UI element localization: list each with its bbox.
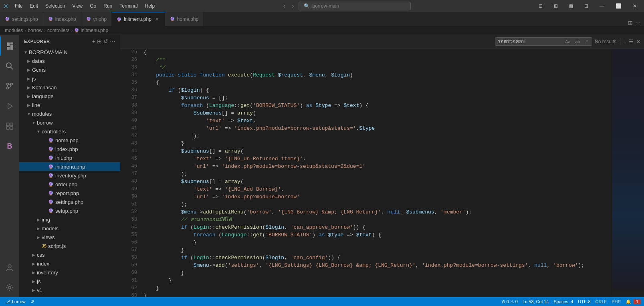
statusbar-eol[interactable]: CRLF	[593, 299, 610, 304]
tree-item-script-js[interactable]: JS script.js	[19, 242, 120, 250]
minimize-button[interactable]: —	[596, 2, 608, 10]
tree-item-modules[interactable]: ▼ modules	[19, 109, 120, 118]
breadcrumb-modules[interactable]: modules	[5, 28, 23, 33]
statusbar-branch[interactable]: ⎇ borrow	[3, 299, 28, 304]
statusbar-lang[interactable]: PHP	[609, 299, 623, 304]
activity-extensions[interactable]	[0, 117, 19, 136]
activity-explorer[interactable]	[0, 36, 19, 56]
code-line-50: 'url' => 'index.php?module=borrow'	[143, 193, 612, 201]
tree-item-models[interactable]: ▶ models	[19, 224, 120, 233]
statusbar-bell[interactable]: 🔔	[623, 299, 634, 304]
split-editor-right-button[interactable]: ⋯	[635, 20, 641, 26]
activity-git[interactable]	[0, 76, 19, 96]
tree-item-inventory[interactable]: ▶ inventory	[19, 268, 120, 277]
activity-settings[interactable]	[0, 278, 19, 297]
tree-root[interactable]: ▼ BORROW-MAIN	[19, 48, 120, 56]
open-editors-button[interactable]: ⊞	[628, 20, 633, 26]
breadcrumb-borrow[interactable]: borrow	[28, 28, 42, 33]
find-prev-button[interactable]: ↑	[619, 38, 622, 44]
statusbar-encoding[interactable]: UTF-8	[575, 299, 593, 304]
statusbar-notify[interactable]: 1	[634, 299, 641, 304]
menu-view[interactable]: View	[69, 2, 86, 10]
activity-bookmarks[interactable]: B	[0, 137, 19, 156]
tree-item-line[interactable]: ▶ line	[19, 101, 120, 109]
split-editor-button[interactable]: ⊞	[550, 2, 562, 10]
activity-debug[interactable]	[0, 97, 19, 116]
tree-item-language[interactable]: ▶ language	[19, 92, 120, 101]
tab-th[interactable]: 🔮 th.php	[81, 12, 112, 26]
statusbar-ln-col[interactable]: Ln 53, Col 14	[520, 299, 551, 304]
tree-item-index-php[interactable]: 🔮 index.php	[19, 145, 120, 153]
tree-item-controllers[interactable]: ▼ controllers	[19, 127, 120, 136]
breadcrumb-file-icon: 🔮	[74, 28, 79, 32]
tab-settings[interactable]: 🔮 settings.php	[0, 12, 43, 26]
collapse-all-button[interactable]: ⋯	[110, 38, 115, 44]
activity-account[interactable]	[0, 258, 19, 277]
global-search-bar[interactable]: 🔍 borrow-main	[299, 2, 411, 10]
find-options-button[interactable]: ☰	[629, 38, 634, 44]
tree-item-datas[interactable]: ▶ datas	[19, 56, 120, 65]
nav-back-button[interactable]: ‹	[282, 2, 287, 10]
tab-index-label: index.php	[55, 16, 76, 22]
new-folder-button[interactable]: ⊞	[97, 38, 102, 44]
tree-item-pic[interactable]: ▶ pic	[19, 294, 120, 297]
tree-item-kotchasan[interactable]: ▶ Kotchasan	[19, 83, 120, 92]
tree-item-index[interactable]: ▶ index	[19, 259, 120, 268]
ln-59: 59	[120, 262, 137, 269]
tree-item-js2[interactable]: ▶ js	[19, 277, 120, 286]
menu-file[interactable]: File	[12, 2, 26, 10]
tree-item-initmenu-php[interactable]: 🔮 initmenu.php	[19, 162, 120, 171]
statusbar-spaces[interactable]: Spaces: 4	[551, 299, 575, 304]
menu-edit[interactable]: Edit	[26, 2, 41, 10]
tree-item-settings-php[interactable]: 🔮 settings.php	[19, 197, 120, 206]
match-case-button[interactable]: Aa	[563, 39, 572, 44]
code-editor[interactable]: 25 26 33 34 35 36 37 38 39 40 41 42 43 4…	[120, 48, 644, 297]
tab-home[interactable]: 🔮 home.php	[165, 12, 204, 26]
code-line-45: 'text' => '{LNG_Un-Returned items}',	[143, 155, 612, 163]
breadcrumb-controllers[interactable]: controllers	[47, 28, 69, 33]
regex-button[interactable]: .*	[583, 39, 589, 44]
tree-item-img[interactable]: ▶ img	[19, 215, 120, 224]
tree-item-borrow[interactable]: ▼ borrow	[19, 118, 120, 127]
ln-54: 54	[120, 223, 137, 231]
menu-help[interactable]: Help	[142, 2, 158, 10]
tree-item-v1[interactable]: ▶ v1	[19, 286, 120, 294]
find-next-button[interactable]: ↓	[624, 38, 627, 44]
new-file-button[interactable]: +	[92, 38, 95, 44]
tree-item-init-php[interactable]: 🔮 init.php	[19, 153, 120, 162]
menu-run[interactable]: Run	[100, 2, 115, 10]
tree-item-home-php[interactable]: 🔮 home.php	[19, 136, 120, 145]
tree-item-gcms[interactable]: ▶ Gcms	[19, 65, 120, 74]
tree-item-setup-php[interactable]: 🔮 setup.php	[19, 206, 120, 215]
tree-item-report-php[interactable]: 🔮 report.php	[19, 189, 120, 197]
tab-index[interactable]: 🔮 index.php	[43, 12, 81, 26]
ln-44: 44	[120, 147, 137, 155]
menu-terminal[interactable]: Terminal	[116, 2, 141, 10]
tree-item-css[interactable]: ▶ css	[19, 250, 120, 259]
find-input[interactable]	[498, 38, 562, 44]
refresh-button[interactable]: ↺	[103, 38, 108, 44]
tree-item-inventory-php[interactable]: 🔮 inventory.php	[19, 171, 120, 180]
whole-word-button[interactable]: ab	[573, 39, 581, 44]
code-line-40: 'text' => $text,	[143, 117, 612, 125]
menu-go[interactable]: Go	[87, 2, 99, 10]
tab-initmenu-close[interactable]: ✕	[154, 16, 160, 22]
controllers-label: controllers	[42, 129, 66, 135]
statusbar-sync[interactable]: ↺	[28, 299, 36, 304]
find-close-button[interactable]: ✕	[636, 38, 641, 45]
customize-layout-button[interactable]: ⊡	[580, 2, 592, 10]
menu-selection[interactable]: Selection	[42, 2, 68, 10]
tree-item-views[interactable]: ▶ views	[19, 233, 120, 242]
nav-forward-button[interactable]: ›	[290, 2, 295, 10]
breadcrumb-file[interactable]: initmenu.php	[81, 28, 108, 33]
tree-item-js1[interactable]: ▶ js	[19, 74, 120, 83]
maximize-button[interactable]: ⬜	[612, 2, 626, 10]
activity-search[interactable]	[0, 56, 19, 76]
panel-button[interactable]: ⊠	[565, 2, 577, 10]
lang-label: PHP	[612, 299, 621, 304]
close-button[interactable]: ✕	[629, 2, 641, 10]
layout-button[interactable]: ⊟	[535, 2, 547, 10]
tab-initmenu[interactable]: 🔮 initmenu.php ✕	[112, 12, 165, 26]
tree-item-order-php[interactable]: 🔮 order.php	[19, 180, 120, 189]
statusbar-errors[interactable]: ⊘ 0 ⚠ 0	[499, 299, 520, 304]
